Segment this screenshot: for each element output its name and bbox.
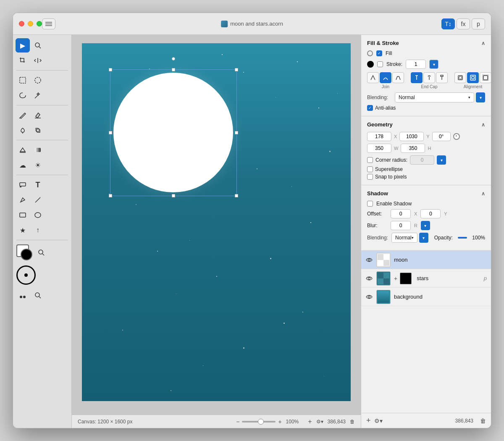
corner-radius-dropdown[interactable]: ▾ (437, 155, 446, 165)
layer-eye-stars[interactable] (365, 275, 373, 282)
arrow-tool[interactable]: ↑ (31, 223, 45, 237)
shadow-collapse[interactable]: ∧ (481, 191, 485, 197)
geometry-collapse[interactable]: ∧ (481, 122, 485, 128)
layers-gear-btn[interactable]: ⚙▾ (374, 417, 383, 424)
sun-tool[interactable]: ☀ (31, 158, 45, 172)
offset-y-input[interactable] (420, 209, 441, 218)
join-miter-btn[interactable] (367, 72, 379, 83)
rotation-handle[interactable] (172, 57, 175, 60)
large-circle-tool[interactable] (16, 264, 69, 286)
endcap-square-btn[interactable] (436, 72, 448, 83)
layer-item-moon[interactable]: moon (361, 251, 491, 269)
clone-tool[interactable] (31, 123, 45, 137)
stroke-width-input[interactable] (406, 60, 426, 69)
align-inside-btn[interactable] (454, 72, 466, 83)
corner-radius-checkbox[interactable] (367, 157, 373, 163)
handle-tr[interactable] (235, 68, 238, 71)
gear-statusbar-btn[interactable]: ⚙▾ (316, 419, 323, 425)
rect-vector-tool[interactable] (16, 208, 30, 222)
zoom-slider[interactable] (242, 421, 276, 423)
gradient-tool[interactable] (31, 143, 45, 157)
blur-input[interactable] (391, 221, 411, 230)
crop-tool[interactable] (16, 53, 30, 68)
maximize-button[interactable] (37, 21, 42, 26)
smudge-tool[interactable] (16, 123, 30, 137)
fill-checkbox[interactable]: ✓ (376, 50, 382, 56)
ellipse-select-tool[interactable] (31, 73, 45, 87)
join-round-btn[interactable] (380, 72, 391, 83)
anti-alias-checkbox[interactable]: ✓ (367, 105, 373, 111)
magic-wand-tool[interactable] (31, 88, 45, 102)
handle-br[interactable] (235, 194, 238, 197)
layer-item-stars[interactable]: + stars p (361, 269, 491, 288)
lasso-tool[interactable] (16, 88, 30, 102)
zoom-thumb[interactable] (258, 419, 264, 425)
zoom-in-button[interactable]: + (278, 418, 281, 425)
search-small-tool[interactable] (31, 288, 45, 302)
superellipse-checkbox[interactable] (367, 166, 373, 172)
snap-pixels-checkbox[interactable] (367, 174, 373, 180)
rotation-input[interactable] (432, 132, 451, 141)
handle-tl[interactable] (109, 68, 112, 71)
layer-eye-moon[interactable] (365, 256, 373, 264)
canvas-area[interactable] (72, 35, 361, 415)
trash-statusbar-btn[interactable]: 🗑 (350, 419, 355, 425)
close-button[interactable] (19, 21, 24, 26)
rect-shape-tool[interactable] (16, 178, 30, 192)
fill-radio[interactable] (367, 50, 373, 56)
y-input[interactable] (399, 132, 424, 141)
layers-trash-btn[interactable]: 🗑 (480, 417, 486, 424)
color-swatches[interactable] (16, 244, 35, 261)
handle-ml[interactable] (109, 131, 112, 134)
pen-tool[interactable] (16, 193, 30, 207)
layers-add-btn[interactable]: + (366, 416, 371, 425)
fill-tool[interactable] (16, 143, 30, 157)
opacity-slider[interactable] (458, 237, 467, 239)
shadow-blending-select[interactable]: Normal ▾ (391, 233, 417, 243)
blending-dropdown-btn[interactable]: ▾ (476, 92, 485, 102)
shadow-blending-dropdown[interactable]: ▾ (419, 233, 428, 243)
layer-eye-background[interactable] (365, 293, 373, 301)
sidebar-toggle-button[interactable] (42, 18, 55, 29)
enable-shadow-checkbox[interactable] (367, 201, 373, 207)
endcap-butt-btn[interactable] (411, 72, 423, 83)
cloud-tool[interactable]: ☁ (16, 158, 30, 172)
text-tool[interactable]: T (31, 178, 45, 192)
offset-x-input[interactable] (391, 209, 411, 218)
handle-tc[interactable] (172, 68, 175, 71)
p-tool-btn[interactable]: p (472, 18, 485, 29)
line-tool[interactable] (31, 193, 45, 207)
select-tool[interactable]: ▶ (16, 38, 30, 52)
align-outside-btn[interactable] (480, 72, 491, 83)
blur-dropdown[interactable]: ▾ (421, 221, 430, 230)
text-tool-btn[interactable]: T↕ (441, 18, 455, 29)
blending-select[interactable]: Normal ▾ (395, 92, 474, 102)
flip-tool[interactable] (31, 53, 45, 68)
canvas[interactable] (82, 43, 351, 401)
height-input[interactable] (401, 144, 425, 153)
corner-radius-input[interactable] (410, 155, 434, 165)
zoom-small-tool[interactable] (37, 249, 45, 257)
layer-item-background[interactable]: background (361, 288, 491, 306)
ellipse-vector-tool[interactable] (31, 208, 45, 222)
handle-bl[interactable] (109, 194, 112, 197)
dots-tool[interactable] (16, 288, 30, 302)
width-input[interactable] (367, 144, 391, 153)
zoom-tool[interactable] (31, 38, 45, 52)
fx-tool-btn[interactable]: fx (457, 18, 470, 29)
endcap-round-btn[interactable] (423, 72, 435, 83)
rect-select-tool[interactable] (16, 73, 30, 87)
eraser-tool[interactable] (31, 108, 45, 122)
minimize-button[interactable] (28, 21, 33, 26)
handle-bc[interactable] (172, 194, 175, 197)
paint-tool[interactable] (16, 108, 30, 122)
x-input[interactable] (367, 132, 391, 141)
align-center-btn[interactable] (467, 72, 479, 83)
stroke-color-dot[interactable] (367, 61, 374, 68)
fill-stroke-collapse[interactable]: ∧ (481, 40, 485, 46)
stroke-checkbox[interactable] (377, 61, 383, 67)
zoom-out-button[interactable]: − (236, 418, 239, 425)
join-bevel-btn[interactable] (392, 72, 404, 83)
handle-mr[interactable] (235, 131, 238, 134)
star-tool[interactable]: ★ (16, 223, 30, 237)
